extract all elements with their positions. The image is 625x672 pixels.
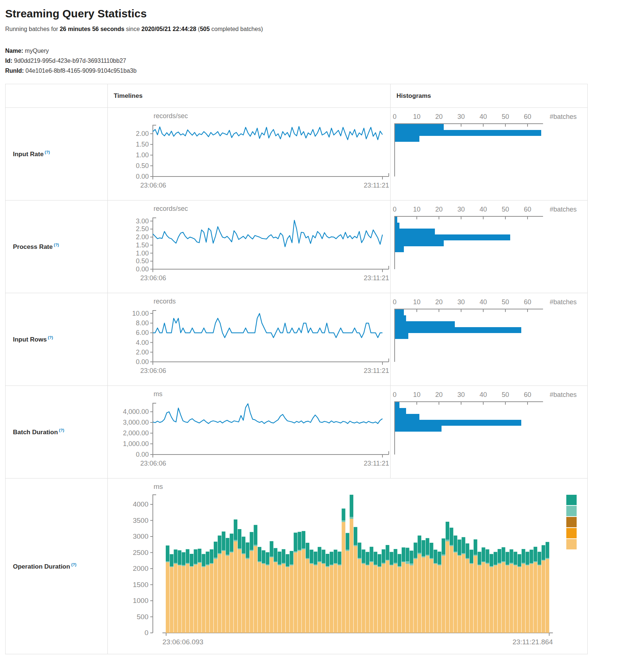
svg-text:1500: 1500 — [133, 581, 148, 589]
input-rows-help-icon[interactable]: (?) — [48, 335, 53, 340]
svg-text:0: 0 — [393, 298, 396, 306]
timeline-series — [153, 220, 382, 247]
svg-text:0: 0 — [144, 629, 148, 637]
svg-text:1.50: 1.50 — [136, 241, 149, 249]
svg-text:60: 60 — [524, 298, 531, 306]
svg-text:30: 30 — [457, 206, 465, 213]
process-rate-help-icon[interactable]: (?) — [54, 243, 59, 247]
statistics-table: Timelines Histograms Input Rate(?) recor… — [5, 84, 588, 654]
batch-duration-row: Batch Duration(?) ms4,000.003,000.002,00… — [6, 386, 588, 479]
svg-text:23:11:21: 23:11:21 — [364, 460, 389, 467]
batch-duration-timeline-chart: ms4,000.003,000.002,000.001,000.000.0023… — [108, 386, 390, 478]
input-rate-label: Input Rate — [13, 151, 44, 158]
histogram-bar — [395, 420, 521, 426]
batch-duration-help-icon[interactable]: (?) — [59, 428, 64, 432]
svg-text:50: 50 — [502, 113, 509, 120]
histogram-bar — [395, 426, 442, 432]
input-rate-row: Input Rate(?) records/sec2.001.501.000.5… — [6, 108, 588, 200]
svg-text:1.50: 1.50 — [136, 141, 149, 148]
svg-text:23:06:06: 23:06:06 — [140, 367, 166, 374]
svg-text:20: 20 — [435, 391, 443, 398]
svg-text:records: records — [154, 298, 176, 305]
operation-duration-label-cell: Operation Duration(?) — [6, 479, 108, 654]
input-rows-label-cell: Input Rows(?) — [6, 293, 108, 386]
histogram-bar — [395, 408, 406, 414]
legend-swatch-teal — [566, 495, 577, 505]
svg-text:40: 40 — [480, 113, 487, 120]
table-header-row: Timelines Histograms — [6, 84, 588, 108]
batch-duration-histogram-chart: 0102030405060#batches — [391, 386, 587, 478]
svg-text:0: 0 — [393, 391, 396, 398]
legend-swatch-light-orange — [566, 539, 577, 549]
svg-text:8.00: 8.00 — [136, 319, 149, 327]
timeline-series — [153, 313, 382, 338]
svg-text:6.00: 6.00 — [136, 329, 149, 336]
svg-text:23:06:06: 23:06:06 — [140, 460, 166, 467]
query-name-value: myQuery — [25, 48, 49, 54]
process-rate-label-cell: Process Rate(?) — [6, 200, 108, 293]
timelines-header: Timelines — [108, 84, 391, 108]
histograms-header: Histograms — [391, 84, 588, 108]
svg-text:23:06:06: 23:06:06 — [140, 274, 166, 282]
svg-text:10: 10 — [413, 391, 420, 398]
histogram-bar — [395, 309, 404, 315]
stacked-bars — [166, 495, 549, 633]
operation-duration-row: Operation Duration(?) ms4000350030002500… — [6, 479, 588, 654]
histogram-bar — [395, 223, 399, 229]
svg-text:20: 20 — [435, 206, 443, 213]
svg-text:50: 50 — [502, 206, 509, 213]
histogram-bar — [395, 240, 444, 246]
svg-text:0.00: 0.00 — [136, 265, 149, 273]
svg-text:10: 10 — [413, 298, 420, 306]
running-duration: 26 minutes 56 seconds — [60, 26, 124, 32]
input-rows-histogram-chart: 0102030405060#batches — [391, 293, 587, 385]
histogram-bar — [395, 124, 444, 130]
svg-text:23:11:21: 23:11:21 — [364, 182, 389, 189]
input-rate-histogram-chart: 0102030405060#batches — [391, 108, 587, 200]
svg-text:0.00: 0.00 — [136, 173, 149, 180]
svg-text:0.50: 0.50 — [136, 257, 149, 265]
svg-text:3.00: 3.00 — [136, 217, 149, 225]
start-timestamp: 2020/05/21 22:44:28 — [141, 26, 196, 32]
svg-text:ms: ms — [154, 390, 162, 398]
svg-text:30: 30 — [457, 298, 465, 306]
svg-text:4,000.00: 4,000.00 — [123, 408, 149, 415]
running-summary: Running batches for 26 minutes 56 second… — [5, 26, 620, 32]
input-rate-help-icon[interactable]: (?) — [45, 150, 50, 154]
query-meta: Name: myQuery Id: 9d0dd219-995d-423e-b97… — [5, 46, 620, 76]
svg-text:60: 60 — [524, 113, 531, 120]
svg-text:#batches: #batches — [550, 113, 577, 120]
svg-text:20: 20 — [435, 113, 443, 120]
svg-text:23:06:06: 23:06:06 — [140, 182, 166, 189]
svg-text:60: 60 — [524, 391, 531, 398]
svg-text:10: 10 — [413, 206, 420, 213]
svg-text:50: 50 — [502, 391, 509, 398]
timeline-series — [153, 127, 382, 140]
svg-text:10.00: 10.00 — [132, 310, 149, 317]
histogram-bar — [395, 234, 510, 240]
empty-header-cell — [6, 84, 108, 108]
svg-text:2500: 2500 — [133, 549, 148, 556]
histogram-bar — [395, 327, 521, 333]
svg-text:4000: 4000 — [133, 500, 148, 508]
histogram-bar — [395, 229, 435, 234]
operation-duration-help-icon[interactable]: (?) — [71, 562, 76, 567]
process-rate-row: Process Rate(?) records/sec3.002.502.001… — [6, 200, 588, 293]
streaming-query-statistics-page: Streaming Query Statistics Running batch… — [0, 0, 625, 657]
legend-swatch-orange — [566, 528, 577, 538]
svg-text:23:11:21: 23:11:21 — [364, 367, 389, 374]
query-runid-line: RunId: 04e101e6-8bf8-4165-9099-9104c951b… — [5, 66, 620, 76]
process-rate-label: Process Rate — [13, 243, 53, 250]
svg-text:500: 500 — [137, 613, 148, 621]
svg-text:0.00: 0.00 — [136, 358, 149, 366]
page-title: Streaming Query Statistics — [5, 7, 620, 20]
timeline-series — [153, 404, 382, 424]
svg-text:60: 60 — [524, 206, 531, 213]
query-runid-value: 04e101e6-8bf8-4165-9099-9104c951ba3b — [25, 68, 137, 74]
histogram-bar — [395, 333, 408, 339]
query-name-label: Name: — [5, 48, 23, 54]
svg-text:50: 50 — [502, 298, 509, 306]
svg-text:23:06:06.093: 23:06:06.093 — [162, 638, 203, 646]
query-runid-label: RunId: — [5, 68, 24, 74]
query-id-line: Id: 9d0dd219-995d-423e-b97d-36931110bb27 — [5, 56, 620, 66]
